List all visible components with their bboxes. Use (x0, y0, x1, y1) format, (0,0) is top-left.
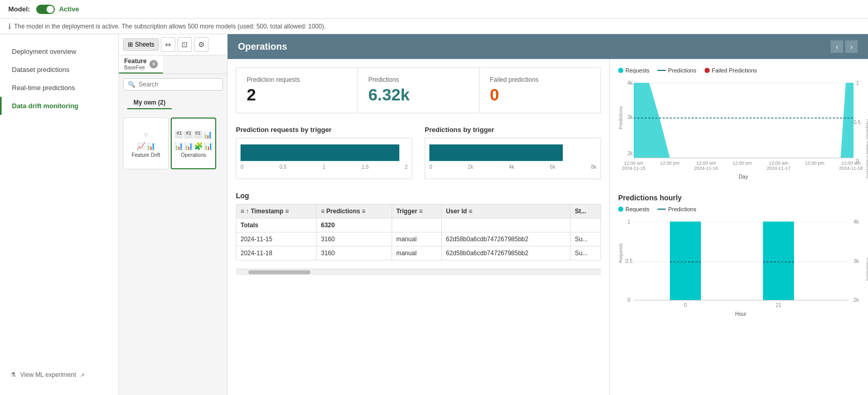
totals-label: Totals (236, 218, 317, 232)
sidebar-item-dataset-predictions[interactable]: Dataset predictions (0, 61, 118, 79)
feature-tab[interactable]: Feature BaseFee ✕ (119, 55, 163, 74)
feature-tab-title: Feature (124, 57, 146, 65)
bar-chart-icon: 📊 (146, 142, 155, 150)
scatter-icon: ⁘ (143, 130, 149, 139)
requests-dot (618, 68, 623, 73)
sheets-button[interactable]: ⊞ Sheets (123, 38, 159, 51)
svg-text:0.5: 0.5 (854, 120, 861, 125)
log-table: ≡ ↑ Timestamp ≡ ≡ Predictions ≡ Trigger … (236, 204, 601, 260)
hourly-legend: Requests Predictions (618, 206, 860, 212)
log-title: Log (236, 192, 601, 200)
svg-text:0: 0 (627, 297, 631, 303)
expand-icon[interactable]: ⇔ (161, 37, 175, 52)
stats-row: Prediction requests 2 Predictions 6.32k … (236, 67, 601, 113)
svg-text:4k: 4k (627, 80, 634, 86)
info-bar: ℹ The model in the deployment is active.… (0, 19, 868, 34)
operations-right: Requests Predictions Failed Predictions (609, 59, 868, 395)
svg-text:2024-11-18: 2024-11-18 (839, 166, 863, 171)
feature-tab-subtitle: BaseFee (124, 65, 146, 70)
hourly-requests-label: Requests (625, 206, 649, 212)
svg-text:Hour: Hour (735, 311, 746, 317)
model-toggle[interactable] (36, 5, 55, 14)
hourly-predictions-line (657, 209, 666, 210)
toggle-track[interactable] (36, 5, 55, 14)
hourly-predictions-label: Predictions (668, 206, 696, 212)
my-own-label: My own (2) (127, 97, 172, 109)
col-status[interactable]: St... (571, 204, 601, 218)
predictions-legend-label: Predictions (668, 67, 696, 74)
hourly-svg-container: 1 0.5 0 4k 3k 2k Requests Predictions (618, 216, 860, 325)
requests-by-trigger-chart: 00.511.52 (236, 138, 412, 179)
view-ml-experiment-link[interactable]: ⚗ View ML experiment ↗ (0, 363, 118, 387)
col-userid[interactable]: User Id ≡ (441, 204, 570, 218)
info-message: The model in the deployment is active. T… (14, 23, 326, 30)
predictions-hourly-title: Predictions hourly (618, 194, 860, 202)
svg-text:0: 0 (684, 302, 687, 308)
requests-by-trigger-section: Prediction requests by trigger 00.511.52 (236, 126, 412, 179)
settings-icon[interactable]: ⚙ (194, 37, 208, 52)
predictions-bar (429, 144, 563, 161)
predictions-by-trigger-title: Predictions by trigger (425, 126, 601, 134)
sidebar: Deployment overview Dataset predictions … (0, 34, 119, 395)
predictions-card: Predictions 6.32k (358, 68, 480, 113)
next-arrow[interactable]: › (845, 40, 858, 53)
time-series-svg-container: 4k 3k 2k 1 0.5 0 Predictions Requests, F… (618, 78, 860, 181)
line-chart-icon: 📈 (137, 142, 145, 150)
close-icon[interactable]: ✕ (149, 60, 158, 68)
svg-text:0.5: 0.5 (625, 258, 633, 264)
svg-text:2k: 2k (854, 297, 860, 303)
search-icon: 🔍 (128, 81, 136, 88)
predictions-line (657, 70, 666, 71)
content-body: Prediction requests 2 Predictions 6.32k … (228, 59, 868, 395)
sidebar-item-data-drift-monitoring[interactable]: Data drift monitoring (0, 97, 118, 115)
feature-drift-label: Feature Drift (129, 150, 162, 160)
col-timestamp[interactable]: ≡ ↑ Timestamp ≡ (236, 204, 317, 218)
grid-icon: ⊞ (128, 41, 133, 48)
search-input[interactable] (139, 81, 218, 88)
log-row-2: 2024-11-18 3160 manual 62d58b0a6cdb74726… (236, 246, 601, 260)
time-series-svg: 4k 3k 2k 1 0.5 0 Predictions Requests, F… (618, 78, 860, 181)
badge-1: #1 (175, 130, 183, 139)
sidebar-item-realtime-predictions[interactable]: Real-time predictions (0, 79, 118, 97)
failed-predictions-label: Failed predictions (490, 76, 590, 83)
content-header: Operations ‹ › (228, 34, 868, 59)
log-section: Log ≡ ↑ Timestamp ≡ ≡ Predictions ≡ Trig… (236, 192, 601, 260)
prev-arrow[interactable]: ‹ (831, 40, 843, 53)
row2-userid: 62d58b0a6cdb747267985bb2 (441, 246, 570, 260)
prediction-requests-card: Prediction requests 2 (236, 68, 358, 113)
predictions-by-trigger-section: Predictions by trigger 02k4k6k8k (425, 126, 601, 179)
col-trigger[interactable]: Trigger ≡ (392, 204, 441, 218)
header-nav: ‹ › (831, 40, 858, 53)
hourly-legend-predictions: Predictions (657, 206, 696, 212)
svg-text:12:00 am: 12:00 am (624, 160, 643, 166)
log-row-1: 2024-11-15 3160 manual 62d58b0a6cdb74726… (236, 232, 601, 246)
svg-text:Predictions: Predictions (865, 258, 868, 281)
row1-status: Su... (571, 232, 601, 246)
svg-text:1: 1 (627, 219, 631, 225)
row2-trigger: manual (392, 246, 441, 260)
sidebar-item-deployment-overview[interactable]: Deployment overview (0, 42, 118, 61)
puzzle-icon: 🧩 (194, 142, 203, 150)
predictions-by-trigger-chart: 02k4k6k8k (425, 138, 601, 179)
svg-text:12:00 pm: 12:00 pm (805, 160, 825, 166)
hourly-bar-21 (763, 222, 794, 300)
legend-predictions: Predictions (657, 67, 696, 74)
failed-predictions-value: 0 (490, 85, 590, 105)
operations-label: Operations (179, 150, 208, 160)
row1-predictions: 3160 (317, 232, 392, 246)
col-predictions[interactable]: ≡ Predictions ≡ (317, 204, 392, 218)
layout-icon[interactable]: ⊡ (177, 37, 192, 52)
model-label: Model: (8, 5, 30, 13)
svg-text:2024-11-15: 2024-11-15 (622, 166, 646, 171)
requests-axis: 00.511.52 (241, 163, 408, 171)
svg-text:2024-11-17: 2024-11-17 (767, 166, 790, 171)
scroll-thumb[interactable] (248, 270, 310, 274)
charts-row: Prediction requests by trigger 00.511.52… (236, 126, 601, 179)
operations-card[interactable]: #1 #1 #1 📊 📊 📊 🧩 📊 Operations (171, 118, 216, 169)
requests-by-trigger-title: Prediction requests by trigger (236, 126, 412, 134)
svg-text:2024-11-16: 2024-11-16 (694, 166, 718, 171)
hourly-bar-0 (670, 222, 701, 300)
feature-drift-card[interactable]: ⁘ 📈 📊 Feature Drift (123, 118, 169, 169)
svg-text:4k: 4k (854, 219, 860, 225)
horizontal-scrollbar[interactable] (236, 269, 601, 275)
